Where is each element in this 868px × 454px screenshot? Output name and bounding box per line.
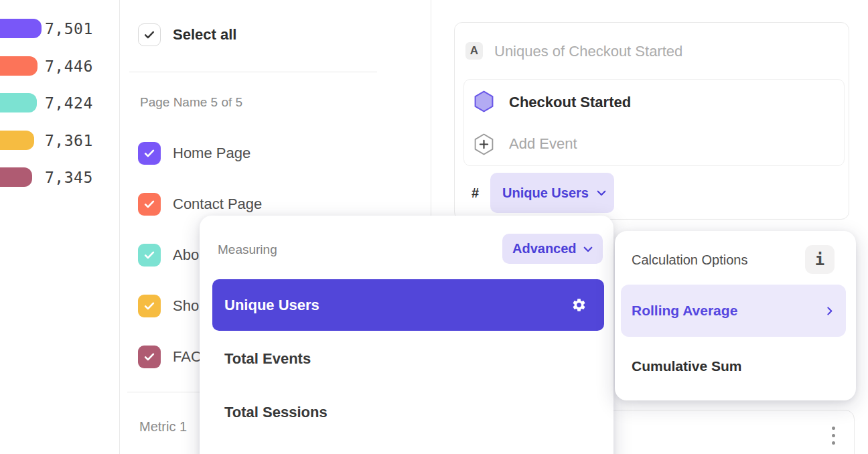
menu-option-label: Rolling Average [632, 303, 737, 319]
gear-icon[interactable] [571, 297, 587, 313]
check-icon [143, 350, 156, 364]
bar-value: 7,361 [45, 132, 93, 149]
check-icon [143, 299, 156, 313]
select-all-checkbox[interactable] [138, 23, 161, 46]
bar-segment[interactable] [0, 131, 34, 150]
checkbox-label: Contact Page [173, 196, 262, 213]
measuring-menu-title: Measuring [218, 242, 277, 257]
measurement-dropdown-label: Unique Users [502, 185, 589, 201]
advanced-mode-dropdown[interactable]: Advanced [502, 234, 603, 264]
checkbox-about-page[interactable] [138, 244, 161, 267]
menu-option-total-sessions[interactable]: Total Sessions [224, 404, 328, 421]
checkbox-home-page[interactable] [138, 142, 161, 165]
metric-row-badge: A [465, 42, 483, 60]
check-icon [143, 147, 156, 160]
query-builder-card: A Uniques of Checkout Started Checkout S… [454, 22, 849, 220]
checkbox-label: Abo [173, 246, 199, 264]
metric-label: Metric 1 [139, 419, 187, 435]
measurement-dropdown[interactable]: Unique Users [490, 173, 614, 213]
left-column-divider [119, 0, 120, 454]
chevron-down-icon [595, 187, 607, 199]
bar-value: 7,424 [45, 94, 93, 112]
advanced-mode-label: Advanced [512, 241, 577, 256]
measurement-type-symbol: # [472, 185, 479, 201]
bar-value: 7,345 [45, 169, 93, 186]
check-icon [143, 198, 156, 211]
calculation-options-title: Calculation Options [632, 252, 747, 268]
metric-name-input[interactable]: Uniques of Checkout Started [494, 43, 682, 60]
bar-segment[interactable] [0, 56, 38, 76]
menu-option-cumulative-sum[interactable]: Cumulative Sum [632, 358, 742, 374]
menu-option-unique-users[interactable]: Unique Users [212, 279, 604, 331]
add-event-label[interactable]: Add Event [509, 135, 577, 153]
menu-option-label: Unique Users [224, 297, 319, 314]
event-name[interactable]: Checkout Started [509, 94, 631, 111]
menu-option-rolling-average[interactable]: Rolling Average [621, 285, 846, 337]
checkbox-label: Sho [173, 297, 199, 315]
check-icon [143, 28, 156, 42]
select-all-label: Select all [173, 26, 236, 44]
add-event-icon[interactable] [474, 133, 494, 155]
chevron-right-icon [824, 305, 835, 317]
insights-query-screen: 7,501 7,446 7,424 7,361 7,345 Select all… [0, 0, 868, 454]
group-by-label: Page Name 5 of 5 [140, 95, 242, 110]
bar-value: 7,501 [45, 20, 93, 37]
checkbox-contact-page[interactable] [138, 193, 161, 216]
bar-value: 7,446 [45, 58, 93, 75]
checkbox-shop-page[interactable] [138, 295, 161, 317]
bar-segment[interactable] [0, 167, 32, 187]
bar-segment[interactable] [0, 19, 42, 38]
bar-segment[interactable] [0, 93, 37, 112]
event-hexagon-icon [474, 90, 494, 112]
more-options-icon[interactable] [832, 427, 835, 445]
checkbox-label: Home Page [173, 145, 250, 162]
check-icon [143, 248, 156, 262]
checkbox-faq-page[interactable] [138, 346, 161, 368]
menu-option-total-events[interactable]: Total Events [224, 350, 311, 368]
divider [129, 72, 377, 72]
calculation-options-menu: Calculation Options i Rolling Average Cu… [615, 231, 856, 400]
measuring-menu: Measuring Advanced Unique Users Total Ev… [200, 216, 613, 454]
checkbox-label: FAC [173, 348, 202, 366]
chevron-down-icon [582, 243, 594, 255]
info-icon[interactable]: i [805, 245, 835, 274]
event-block: Checkout Started Add Event [463, 79, 845, 166]
